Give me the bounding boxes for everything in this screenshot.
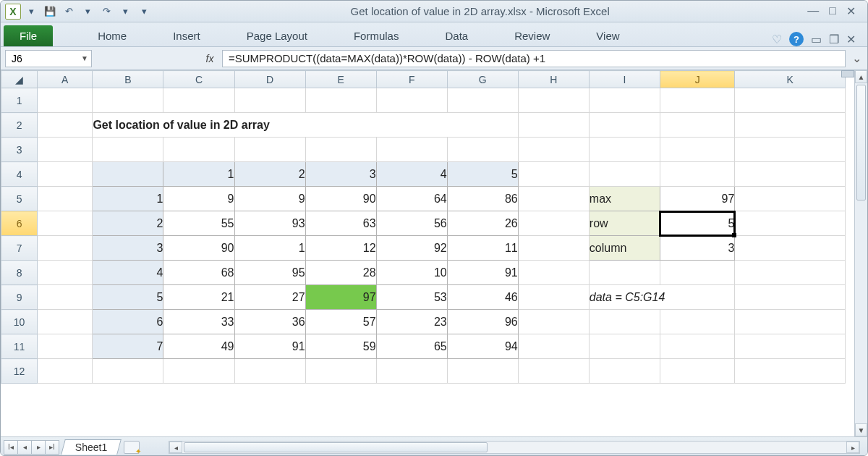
sheet-nav-last-icon[interactable]: ▸I xyxy=(45,440,59,455)
cell[interactable] xyxy=(660,138,735,162)
tab-formulas[interactable]: Formulas xyxy=(344,25,409,46)
cell[interactable] xyxy=(93,162,163,187)
mdi-minimize-icon[interactable]: ▭ xyxy=(811,33,822,46)
cell[interactable] xyxy=(735,211,846,236)
cell[interactable] xyxy=(518,310,589,334)
cell[interactable] xyxy=(93,138,163,162)
col-hdr-B[interactable]: B xyxy=(93,71,163,88)
cell[interactable] xyxy=(38,310,93,334)
cell[interactable] xyxy=(38,334,93,359)
cell[interactable] xyxy=(735,162,846,187)
close-button[interactable]: ✕ xyxy=(846,4,856,18)
cell[interactable] xyxy=(589,113,660,138)
mdi-restore-icon[interactable]: ❐ xyxy=(829,33,839,46)
tab-view[interactable]: View xyxy=(586,25,629,46)
row-hdr-3[interactable]: 3 xyxy=(1,138,38,162)
cell[interactable] xyxy=(163,138,234,162)
cell[interactable] xyxy=(38,236,93,261)
qat-dropdown-icon[interactable]: ▾ xyxy=(22,4,40,20)
data-cell[interactable]: 23 xyxy=(376,310,447,334)
cell[interactable] xyxy=(38,261,93,285)
cell[interactable] xyxy=(735,88,846,113)
cell[interactable] xyxy=(38,113,93,138)
data-col-header[interactable]: 1 xyxy=(163,162,234,187)
cell[interactable] xyxy=(735,113,846,138)
tab-file[interactable]: File xyxy=(4,25,53,46)
cell[interactable] xyxy=(376,359,447,384)
mdi-close-icon[interactable]: ✕ xyxy=(846,33,856,46)
cell[interactable] xyxy=(735,359,846,384)
data-row-header[interactable]: 1 xyxy=(93,187,163,211)
cell[interactable] xyxy=(38,211,93,236)
cell[interactable] xyxy=(447,359,518,384)
cell[interactable] xyxy=(735,285,846,310)
vertical-scrollbar[interactable]: ▲ ▼ xyxy=(854,70,867,436)
cell[interactable] xyxy=(518,113,589,138)
cell[interactable] xyxy=(518,285,589,310)
ribbon-minimize-icon[interactable]: ♡ xyxy=(772,33,782,46)
help-icon[interactable]: ? xyxy=(789,32,804,46)
row-hdr-10[interactable]: 10 xyxy=(1,310,38,334)
data-cell[interactable]: 36 xyxy=(234,310,305,334)
cell[interactable] xyxy=(234,138,305,162)
data-cell[interactable]: 27 xyxy=(234,285,305,310)
cell[interactable] xyxy=(163,359,234,384)
cell[interactable] xyxy=(589,310,660,334)
data-cell[interactable]: 10 xyxy=(376,261,447,285)
spreadsheet-grid[interactable]: ◢ A B C D E F G H I J K 12Get location o… xyxy=(1,70,846,384)
row-hdr-2[interactable]: 2 xyxy=(1,113,38,138)
row-hdr-8[interactable]: 8 xyxy=(1,261,38,285)
cell[interactable] xyxy=(38,359,93,384)
vscroll-thumb[interactable] xyxy=(856,85,866,200)
col-hdr-E[interactable]: E xyxy=(305,71,376,88)
cell[interactable] xyxy=(38,162,93,187)
name-box[interactable]: J6 ▼ xyxy=(5,50,92,67)
data-col-header[interactable]: 2 xyxy=(234,162,305,187)
col-hdr-K[interactable]: K xyxy=(735,71,846,88)
name-box-dropdown-icon[interactable]: ▼ xyxy=(81,54,88,62)
cell[interactable] xyxy=(660,310,735,334)
scroll-down-icon[interactable]: ▼ xyxy=(855,423,867,436)
data-cell[interactable]: 59 xyxy=(305,334,376,359)
cell[interactable] xyxy=(589,88,660,113)
data-cell[interactable]: 63 xyxy=(305,211,376,236)
cell[interactable] xyxy=(376,138,447,162)
cell[interactable] xyxy=(735,334,846,359)
scroll-up-icon[interactable]: ▲ xyxy=(855,70,867,83)
row-hdr-7[interactable]: 7 xyxy=(1,236,38,261)
active-cell[interactable]: 5 xyxy=(660,211,735,236)
save-icon[interactable]: 💾 xyxy=(41,4,59,20)
minimize-button[interactable]: — xyxy=(807,4,819,18)
row-hdr-12[interactable]: 12 xyxy=(1,359,38,384)
data-row-header[interactable]: 4 xyxy=(93,261,163,285)
cell[interactable] xyxy=(589,334,660,359)
cell[interactable] xyxy=(735,138,846,162)
data-cell[interactable]: 64 xyxy=(376,187,447,211)
data-row-header[interactable]: 6 xyxy=(93,310,163,334)
cell[interactable] xyxy=(38,285,93,310)
fx-icon[interactable]: fx xyxy=(202,53,218,64)
cell[interactable] xyxy=(660,162,735,187)
scroll-left-icon[interactable]: ◂ xyxy=(169,442,182,453)
data-cell[interactable]: 12 xyxy=(305,236,376,261)
col-hdr-A[interactable]: A xyxy=(38,71,93,88)
cell[interactable] xyxy=(518,162,589,187)
data-cell[interactable]: 91 xyxy=(447,261,518,285)
data-cell[interactable]: 1 xyxy=(234,236,305,261)
hscroll-thumb[interactable] xyxy=(184,442,488,452)
cell[interactable] xyxy=(589,261,660,285)
cell[interactable] xyxy=(518,138,589,162)
data-cell[interactable]: 49 xyxy=(163,334,234,359)
data-cell[interactable]: 56 xyxy=(376,211,447,236)
data-cell[interactable]: 90 xyxy=(305,187,376,211)
cell[interactable] xyxy=(660,334,735,359)
data-col-header[interactable]: 3 xyxy=(305,162,376,187)
row-hdr-11[interactable]: 11 xyxy=(1,334,38,359)
data-cell-max[interactable]: 97 xyxy=(305,285,376,310)
sheet-nav-next-icon[interactable]: ▸ xyxy=(31,440,46,455)
cell[interactable] xyxy=(234,88,305,113)
formula-bar-expand-icon[interactable]: ⌄ xyxy=(850,51,863,65)
cell[interactable] xyxy=(589,162,660,187)
row-hdr-5[interactable]: 5 xyxy=(1,187,38,211)
data-cell[interactable]: 9 xyxy=(234,187,305,211)
